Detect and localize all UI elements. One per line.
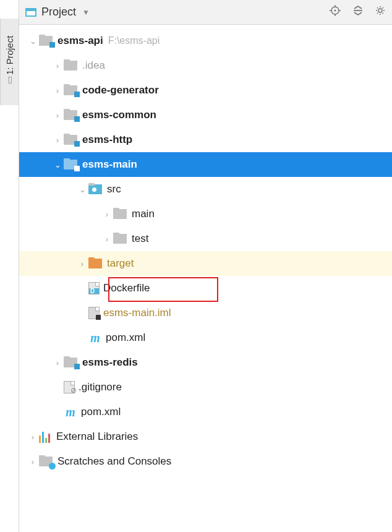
chevron-right-icon: ›: [76, 259, 88, 268]
chevron-down-icon: ⌄: [27, 36, 39, 46]
node-label: Dockerfile: [103, 282, 150, 294]
node-label: esms-main: [82, 158, 137, 171]
excluded-folder-icon: [88, 257, 103, 270]
tree-node-esms-api[interactable]: ⌄ esms-api F:\esms-api: [19, 28, 392, 53]
node-label: .gitignore: [79, 381, 122, 393]
chevron-right-icon: ›: [51, 86, 64, 95]
node-label: pom.xml: [81, 406, 121, 418]
node-label: src: [107, 183, 121, 195]
node-label: test: [132, 233, 148, 245]
node-label: esms-api: [58, 35, 103, 47]
tree-node-target[interactable]: › target: [19, 251, 392, 276]
locate-icon[interactable]: [329, 4, 341, 20]
folder-icon: [113, 208, 128, 220]
node-label: code-generator: [82, 84, 159, 97]
tree-node-code-generator[interactable]: › code-generator: [19, 78, 392, 103]
node-label: esms-main.iml: [103, 307, 171, 319]
folder-icon: [113, 233, 128, 245]
libraries-icon: [39, 431, 53, 443]
chevron-right-icon: ›: [101, 210, 113, 219]
project-view-title[interactable]: Project: [41, 6, 76, 19]
chevron-right-icon: ›: [51, 135, 64, 145]
project-tree: ⌄ esms-api F:\esms-api › .idea › code-ge…: [19, 25, 392, 474]
source-folder-icon: [88, 183, 103, 195]
node-label: main: [132, 208, 155, 220]
side-tab-label: 1: Project: [4, 35, 15, 74]
folder-icon: [64, 59, 79, 72]
svg-point-7: [378, 9, 382, 12]
project-toolbar: Project ▼: [19, 0, 392, 25]
chevron-right-icon: ›: [27, 432, 39, 442]
settings-icon[interactable]: [375, 5, 386, 19]
node-label: pom.xml: [106, 332, 145, 344]
tree-node-test[interactable]: › test: [19, 226, 392, 251]
tree-node-gitignore[interactable]: .gitignore: [19, 375, 392, 400]
module-folder-icon: [64, 134, 79, 146]
node-path: F:\esms-api: [108, 35, 160, 46]
tree-node-external-libraries[interactable]: › External Libraries: [19, 424, 392, 449]
chevron-down-icon: ⌄: [51, 160, 64, 169]
tree-node-scratches[interactable]: › Scratches and Consoles: [19, 449, 392, 474]
tree-node-dockerfile[interactable]: Dockerfile: [19, 276, 392, 301]
module-folder-icon: [64, 158, 79, 171]
tree-node-idea[interactable]: › .idea: [19, 53, 392, 78]
project-tab-icon: ▭: [5, 75, 15, 85]
chevron-right-icon: ›: [51, 111, 64, 120]
node-label: esms-common: [82, 109, 156, 121]
tree-node-pom-main[interactable]: m pom.xml: [19, 325, 392, 350]
collapse-all-icon[interactable]: [352, 5, 364, 19]
tree-node-esms-main-iml[interactable]: esms-main.iml: [19, 301, 392, 325]
node-label: .idea: [82, 59, 105, 72]
node-label: External Libraries: [56, 431, 138, 443]
node-label: Scratches and Consoles: [58, 455, 171, 468]
tree-node-esms-http[interactable]: › esms-http: [19, 127, 392, 152]
module-folder-icon: [64, 109, 79, 121]
side-tool-tab-project[interactable]: ▭ 1: Project: [0, 19, 19, 105]
chevron-right-icon: ›: [51, 61, 64, 71]
iml-file-icon: [88, 307, 100, 319]
module-folder-icon: [64, 356, 79, 369]
chevron-right-icon: ›: [101, 234, 113, 244]
node-label: esms-http: [82, 134, 132, 146]
tree-node-pom-root[interactable]: m pom.xml: [19, 400, 392, 424]
tree-node-src[interactable]: ⌄ src: [19, 177, 392, 202]
dropdown-icon[interactable]: ▼: [82, 8, 90, 17]
tree-node-esms-redis[interactable]: › esms-redis: [19, 350, 392, 375]
tree-node-esms-main[interactable]: ⌄ esms-main: [19, 152, 392, 177]
node-label: esms-redis: [82, 356, 138, 369]
maven-file-icon: m: [88, 331, 102, 345]
dockerfile-icon: [88, 282, 100, 294]
tree-node-main[interactable]: › main: [19, 202, 392, 226]
scratches-folder-icon: [39, 455, 54, 468]
chevron-down-icon: ⌄: [76, 185, 88, 194]
module-folder-icon: [64, 84, 79, 97]
node-label: target: [107, 257, 134, 270]
tree-node-esms-common[interactable]: › esms-common: [19, 103, 392, 127]
svg-point-1: [334, 10, 336, 12]
module-folder-icon: [39, 35, 54, 47]
chevron-right-icon: ›: [51, 358, 64, 367]
maven-file-icon: m: [64, 405, 77, 419]
gitignore-file-icon: [64, 381, 75, 393]
project-view-icon: [25, 8, 36, 17]
toolbar-actions: [329, 4, 386, 20]
project-tool-window: Project ▼ ⌄ esms-api F:\esms-api ›: [19, 0, 392, 532]
chevron-right-icon: ›: [27, 457, 39, 466]
